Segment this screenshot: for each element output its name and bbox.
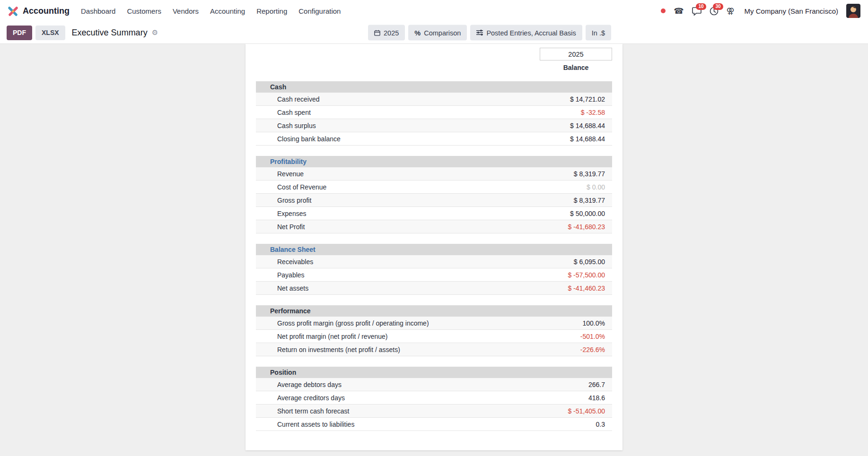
- filter-currency-button[interactable]: In .$: [586, 25, 611, 41]
- report-row[interactable]: Net assets$ -41,460.23: [256, 282, 612, 295]
- menu-item-configuration[interactable]: Configuration: [298, 7, 341, 15]
- row-value: $ -51,405.00: [568, 407, 605, 415]
- row-value: $ 14,688.44: [570, 122, 605, 129]
- pdf-button[interactable]: PDF: [7, 26, 32, 40]
- calendar-icon: [374, 29, 380, 36]
- report-card: 2025 Balance CashCash received$ 14,721.0…: [245, 44, 623, 450]
- row-value: $ 6,095.00: [574, 258, 605, 266]
- user-avatar[interactable]: [846, 4, 860, 18]
- menu-item-reporting[interactable]: Reporting: [256, 7, 287, 15]
- row-value: 266.7: [588, 381, 605, 388]
- report-row[interactable]: Gross profit$ 8,319.77: [256, 194, 612, 207]
- row-label: Cash spent: [277, 109, 311, 116]
- app-switcher[interactable]: Accounting: [8, 6, 70, 17]
- report-row[interactable]: Current assets to liabilities0.3: [256, 418, 612, 431]
- report-row[interactable]: Average creditors days418.6: [256, 391, 612, 404]
- report-section: Balance SheetReceivables$ 6,095.00Payabl…: [256, 244, 612, 295]
- section-header[interactable]: Balance Sheet: [256, 244, 612, 255]
- row-label: Net profit margin (net profit / revenue): [277, 333, 387, 340]
- phone-icon[interactable]: ☎: [674, 7, 684, 15]
- section-header[interactable]: Position: [256, 367, 612, 378]
- row-value: $ 8,319.77: [574, 197, 605, 204]
- row-value: $ 14,721.02: [570, 95, 605, 103]
- report-section: PositionAverage debtors days266.7Average…: [256, 367, 612, 431]
- filter-date-button[interactable]: 2025: [368, 25, 405, 41]
- report-row[interactable]: Average debtors days266.7: [256, 378, 612, 391]
- report-row[interactable]: Closing bank balance$ 14,688.44: [256, 132, 612, 146]
- messages-icon[interactable]: 10: [692, 7, 701, 16]
- row-label: Revenue: [277, 170, 304, 178]
- menu-item-dashboard[interactable]: Dashboard: [81, 7, 115, 15]
- row-value: $ 14,688.44: [570, 135, 605, 143]
- report-body: CashCash received$ 14,721.02Cash spent$ …: [256, 81, 612, 431]
- row-label: Return on investments (net profit / asse…: [277, 346, 400, 353]
- row-value: $ 50,000.00: [570, 210, 605, 217]
- section-header[interactable]: Performance: [256, 305, 612, 317]
- filter-label: 2025: [384, 29, 399, 36]
- report-row[interactable]: Cost of Revenue$ 0.00: [256, 181, 612, 194]
- section-header[interactable]: Profitability: [256, 156, 612, 167]
- row-label: Cash received: [277, 95, 320, 103]
- row-label: Current assets to liabilities: [277, 421, 354, 428]
- filter-comparison-button[interactable]: %Comparison: [408, 25, 467, 41]
- odoo-accounting-logo-icon: [8, 6, 18, 17]
- top-navbar: Accounting DashboardCustomersVendorsAcco…: [0, 0, 868, 22]
- row-value: -501.0%: [580, 333, 605, 340]
- report-section: ProfitabilityRevenue$ 8,319.77Cost of Re…: [256, 156, 612, 233]
- row-value: 418.6: [588, 394, 605, 402]
- gear-icon[interactable]: ⚙: [152, 28, 158, 37]
- report-row[interactable]: Payables$ -57,500.00: [256, 268, 612, 282]
- row-label: Net assets: [277, 284, 308, 292]
- menu-item-accounting[interactable]: Accounting: [210, 7, 245, 15]
- filter-group: 2025%ComparisonPosted Entries, Accrual B…: [368, 25, 611, 41]
- filter-label: Posted Entries, Accrual Basis: [486, 29, 576, 36]
- column-header: 2025: [540, 48, 612, 60]
- filter-label: Comparison: [424, 29, 461, 36]
- nav-menu: DashboardCustomersVendorsAccountingRepor…: [81, 7, 341, 15]
- row-label: Receivables: [277, 258, 313, 266]
- xlsx-button[interactable]: XLSX: [35, 26, 65, 40]
- control-panel: PDF XLSX Executive Summary ⚙ 2025%Compar…: [0, 22, 868, 44]
- row-label: Net Profit: [277, 223, 305, 231]
- messages-badge: 10: [696, 3, 706, 10]
- presence-dot-icon: [661, 9, 666, 13]
- row-label: Cash surplus: [277, 122, 316, 129]
- report-row[interactable]: Revenue$ 8,319.77: [256, 167, 612, 181]
- report-section: CashCash received$ 14,721.02Cash spent$ …: [256, 81, 612, 146]
- report-row[interactable]: Cash surplus$ 14,688.44: [256, 119, 612, 132]
- report-row[interactable]: Net profit margin (net profit / revenue)…: [256, 330, 612, 343]
- column-subheader: Balance: [540, 64, 612, 71]
- row-value: $ 8,319.77: [574, 170, 605, 178]
- company-switcher[interactable]: My Company (San Francisco): [745, 7, 838, 15]
- row-value: $ -32.58: [581, 109, 605, 116]
- row-label: Gross profit: [277, 197, 311, 204]
- menu-item-vendors[interactable]: Vendors: [173, 7, 199, 15]
- report-row[interactable]: Gross profit margin (gross profit / oper…: [256, 317, 612, 330]
- row-label: Cost of Revenue: [277, 183, 326, 191]
- row-value: 100.0%: [583, 319, 605, 327]
- row-label: Short term cash forecast: [277, 407, 350, 415]
- app-name[interactable]: Accounting: [23, 6, 70, 16]
- row-value: $ 0.00: [587, 183, 605, 191]
- section-header[interactable]: Cash: [256, 81, 612, 93]
- report-row[interactable]: Cash spent$ -32.58: [256, 106, 612, 119]
- filter-options-button[interactable]: Posted Entries, Accrual Basis: [470, 25, 582, 41]
- report-row[interactable]: Expenses$ 50,000.00: [256, 207, 612, 220]
- row-label: Average creditors days: [277, 394, 345, 402]
- menu-item-customers[interactable]: Customers: [127, 7, 161, 15]
- report-row[interactable]: Cash received$ 14,721.02: [256, 93, 612, 106]
- row-label: Gross profit margin (gross profit / oper…: [277, 319, 429, 327]
- row-label: Closing bank balance: [277, 135, 341, 143]
- filter-label: In .$: [592, 29, 605, 36]
- row-label: Average debtors days: [277, 381, 342, 388]
- content-area: 2025 Balance CashCash received$ 14,721.0…: [0, 44, 868, 456]
- report-row[interactable]: Return on investments (net profit / asse…: [256, 343, 612, 356]
- activities-clock-icon[interactable]: 30: [710, 7, 719, 16]
- report-row[interactable]: Receivables$ 6,095.00: [256, 255, 612, 268]
- row-value: $ -41,460.23: [568, 284, 605, 292]
- report-row[interactable]: Net Profit$ -41,680.23: [256, 220, 612, 233]
- sliders-icon: [476, 30, 483, 36]
- report-section: PerformanceGross profit margin (gross pr…: [256, 305, 612, 356]
- tools-icon[interactable]: ⚢: [727, 7, 735, 15]
- report-row[interactable]: Short term cash forecast$ -51,405.00: [256, 404, 612, 418]
